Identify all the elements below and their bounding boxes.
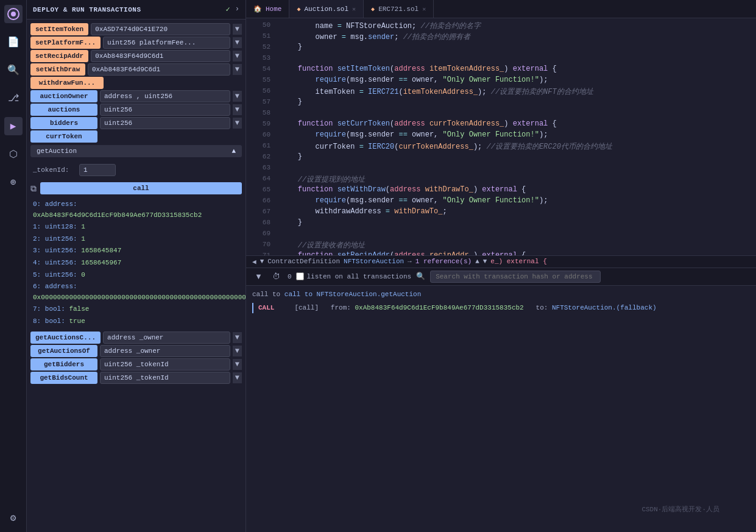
tx-count-badge: 0	[288, 273, 292, 280]
getBidsCount-dropdown[interactable]: ▼	[233, 372, 242, 383]
tab-erc721-sol[interactable]: ◆ ERC721.sol ✕	[364, 0, 434, 18]
tokenId-input[interactable]	[79, 164, 116, 176]
tab-auction-close[interactable]: ✕	[352, 5, 356, 13]
setWithDraw-input[interactable]	[88, 63, 230, 76]
code-lines-container: 50 name = NFTStoreAuction; //拍卖合约的名字 51 …	[246, 18, 756, 255]
tx-log-bar: ▼ ⏱ 0 listen on all transactions 🔍	[246, 268, 756, 286]
setItemToken-input[interactable]	[91, 23, 230, 35]
sol-icon-2: ◆	[371, 5, 375, 13]
tx-from-addr: 0xAb8483F64d9C6d1EcF9b849Ae677dD3315835c…	[355, 304, 523, 311]
getBidsCount-button[interactable]: getBidsCount	[30, 372, 97, 384]
getAuctionsC-button[interactable]: getAuctionsC...	[30, 332, 101, 344]
contract-arrow-icon: →	[408, 258, 412, 265]
fn-row-getBidsCount: getBidsCount ▼	[30, 372, 242, 384]
code-line-55: 55 require(msg.sender == owner, "Only Ow…	[246, 76, 756, 87]
getAuctionsOf-dropdown[interactable]: ▼	[233, 346, 242, 356]
call-button[interactable]: call	[40, 182, 242, 194]
auctionOwner-dropdown[interactable]: ▼	[233, 91, 242, 102]
fn-row-getBidders: getBidders ▼	[30, 358, 242, 371]
auctions-dropdown[interactable]: ▼	[233, 104, 242, 115]
getBidders-dropdown[interactable]: ▼	[233, 359, 242, 370]
code-line-66: 66 require(msg.sender == owner, "Only Ow…	[246, 196, 756, 207]
setItemToken-dropdown[interactable]: ▼	[233, 24, 242, 35]
nav-down[interactable]: ▼	[483, 258, 487, 265]
search-icon[interactable]: 🔍	[4, 61, 23, 79]
listen-checkbox[interactable]	[296, 272, 304, 280]
auctions-button[interactable]: auctions	[30, 104, 97, 116]
filter-icon-btn[interactable]: ▼	[252, 271, 265, 282]
tab-home[interactable]: 🏠 Home	[246, 0, 289, 18]
getAuction-collapse-icon[interactable]: ▲	[231, 147, 236, 155]
currToken-button[interactable]: currToken	[30, 130, 97, 143]
code-line-52: 52 }	[246, 43, 756, 54]
getAuctionsOf-button[interactable]: getAuctionsOf	[30, 345, 97, 357]
home-icon: 🏠	[253, 5, 262, 13]
result-6: 6: address: 0x00000000000000000000000000…	[33, 281, 239, 303]
deploy-run-icon[interactable]: ▶	[4, 117, 23, 135]
tx-type: [call]	[294, 304, 319, 311]
copy-button[interactable]: ⧉	[30, 183, 37, 194]
files-icon[interactable]: 📄	[4, 33, 23, 51]
getAuction-body: _tokenId:	[27, 160, 246, 180]
tab-auction-sol[interactable]: ◆ Auction.sol ✕	[289, 0, 364, 18]
bidders-input[interactable]	[100, 117, 230, 129]
setItemToken-button[interactable]: setItemToken	[30, 23, 88, 35]
setWithDraw-dropdown[interactable]: ▼	[233, 64, 242, 75]
debug-icon[interactable]: ⬡	[4, 145, 23, 163]
tab-erc721-close[interactable]: ✕	[422, 5, 426, 13]
sol-icon-1: ◆	[297, 5, 300, 13]
setRecipAddr-dropdown[interactable]: ▼	[233, 51, 242, 62]
setRecipAddr-button[interactable]: setRecipAddr	[30, 50, 88, 62]
code-line-51: 51 owner = msg.sender; //拍卖合约的拥有者	[246, 32, 756, 43]
nav-up[interactable]: ▲	[475, 258, 479, 265]
source-control-icon[interactable]: ⎇	[4, 89, 23, 107]
tab-erc721-label: ERC721.sol	[378, 5, 419, 13]
setPlatformF-dropdown[interactable]: ▼	[233, 37, 242, 48]
getBidders-button[interactable]: getBidders	[30, 358, 97, 371]
code-line-63: 63	[246, 163, 756, 174]
plugin-icon[interactable]: ⊕	[4, 173, 23, 191]
expand-icon[interactable]: ›	[235, 5, 239, 14]
fn-row-setItemToken: setItemToken ▼	[30, 23, 242, 35]
result-5: 5: uint256: 0	[33, 269, 239, 282]
tab-home-label: Home	[266, 5, 281, 13]
references-link[interactable]: 1 reference(s)	[415, 258, 472, 265]
fn-row-auctionOwner: auctionOwner ▼	[30, 90, 242, 102]
bidders-button[interactable]: bidders	[30, 117, 97, 129]
getAuctionsOf-input[interactable]	[100, 345, 230, 357]
settings-icon[interactable]: ⚙	[4, 509, 23, 527]
setRecipAddr-input[interactable]	[91, 50, 230, 62]
contract-def-arrow-left[interactable]: ◀	[252, 258, 256, 266]
logo-icon[interactable]	[4, 5, 23, 23]
bidders-dropdown[interactable]: ▼	[233, 118, 242, 129]
getAuction-input-row: _tokenId:	[33, 164, 239, 176]
getBidders-input[interactable]	[100, 358, 230, 371]
getAuction-output: 0: address: 0xAb8483F64d9C6d1EcF9b849Ae6…	[27, 196, 246, 330]
code-line-67: 67 withdrawAddress = withDrawTo_;	[246, 207, 756, 218]
auctionOwner-input[interactable]	[100, 90, 230, 102]
contract-def-label: ContractDefinition	[267, 258, 340, 265]
tx-to-contract: NFTStoreAuction.(fallback)	[552, 304, 657, 311]
getAuctionsC-dropdown[interactable]: ▼	[233, 332, 242, 343]
confirm-icon[interactable]: ✓	[226, 5, 230, 14]
contract-def-expand[interactable]: ▼	[260, 258, 264, 265]
auctions-input[interactable]	[100, 104, 230, 116]
code-line-65: 65 function setWithDraw(address withDraw…	[246, 185, 756, 196]
setWithDraw-button[interactable]: setWithDraw	[30, 63, 85, 76]
tx-output-area: call to call to NFTStoreAuction.getAucti…	[246, 286, 756, 533]
time-icon-btn[interactable]: ⏱	[270, 271, 283, 282]
fn-row-bidders: bidders ▼	[30, 117, 242, 129]
tx-search-input[interactable]	[430, 271, 601, 283]
code-line-58: 58	[246, 108, 756, 119]
code-line-60: 60 require(msg.sender == owner, "Only Ow…	[246, 130, 756, 141]
getAuction-header[interactable]: getAuction ▲	[30, 145, 242, 157]
auctionOwner-button[interactable]: auctionOwner	[30, 90, 97, 102]
result-0: 0: address: 0xAb8483F64d9C6d1EcF9b849Ae6…	[33, 199, 239, 221]
setPlatformF-button[interactable]: setPlatformF...	[30, 37, 101, 49]
code-line-50: 50 name = NFTStoreAuction; //拍卖合约的名字	[246, 21, 756, 32]
getAuctionsC-input[interactable]	[103, 332, 230, 344]
getBidsCount-input[interactable]	[100, 372, 230, 384]
withdrawFun-button[interactable]: withdrawFun...	[30, 77, 104, 89]
tx-search-icon[interactable]: 🔍	[416, 272, 425, 281]
setPlatformF-input[interactable]	[103, 37, 230, 49]
